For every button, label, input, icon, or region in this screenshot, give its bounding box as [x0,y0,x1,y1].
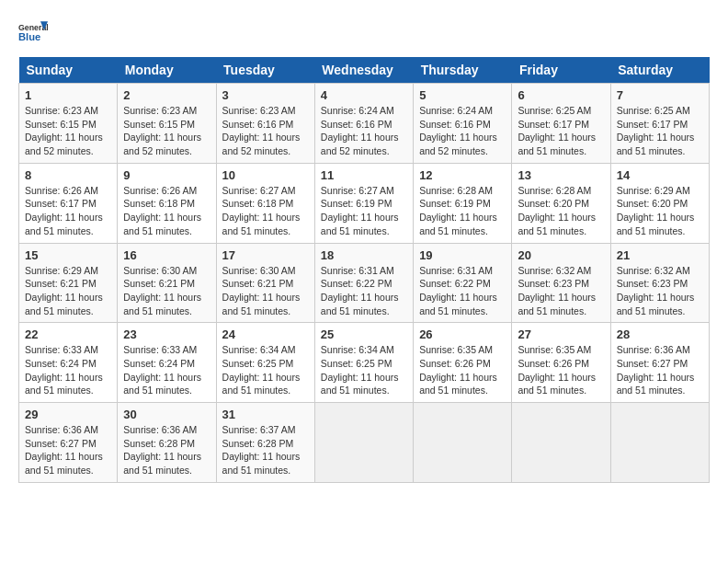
header-saturday: Saturday [610,57,709,84]
calendar-cell: 26Sunrise: 6:35 AM Sunset: 6:26 PM Dayli… [414,323,512,403]
logo-icon: GeneralBlue [18,18,48,48]
header-friday: Friday [512,57,610,84]
calendar-cell: 15Sunrise: 6:29 AM Sunset: 6:21 PM Dayli… [19,243,118,323]
day-number: 3 [222,88,309,102]
calendar-cell: 28Sunrise: 6:36 AM Sunset: 6:27 PM Dayli… [610,323,709,403]
header-thursday: Thursday [414,57,512,84]
calendar-cell [314,403,413,483]
calendar-cell: 9Sunrise: 6:26 AM Sunset: 6:18 PM Daylig… [118,163,216,243]
day-number: 28 [617,327,703,341]
day-number: 2 [123,88,210,102]
calendar-cell: 24Sunrise: 6:34 AM Sunset: 6:25 PM Dayli… [216,323,314,403]
day-number: 8 [25,168,111,182]
day-info: Sunrise: 6:34 AM Sunset: 6:25 PM Dayligh… [321,343,407,397]
day-info: Sunrise: 6:24 AM Sunset: 6:16 PM Dayligh… [419,104,506,158]
day-number: 31 [222,408,309,421]
calendar-cell: 30Sunrise: 6:36 AM Sunset: 6:28 PM Dayli… [118,403,216,483]
day-number: 14 [617,168,703,182]
day-info: Sunrise: 6:37 AM Sunset: 6:28 PM Dayligh… [222,423,309,477]
day-info: Sunrise: 6:35 AM Sunset: 6:26 PM Dayligh… [419,343,506,397]
calendar-cell: 6Sunrise: 6:25 AM Sunset: 6:17 PM Daylig… [512,84,610,164]
calendar-cell: 22Sunrise: 6:33 AM Sunset: 6:24 PM Dayli… [19,323,118,403]
calendar-cell: 1Sunrise: 6:23 AM Sunset: 6:15 PM Daylig… [19,84,118,164]
calendar-cell: 8Sunrise: 6:26 AM Sunset: 6:17 PM Daylig… [19,163,118,243]
calendar-cell: 3Sunrise: 6:23 AM Sunset: 6:16 PM Daylig… [216,84,314,164]
calendar-cell: 25Sunrise: 6:34 AM Sunset: 6:25 PM Dayli… [314,323,413,403]
day-number: 19 [419,248,506,262]
calendar-cell: 12Sunrise: 6:28 AM Sunset: 6:19 PM Dayli… [414,163,512,243]
day-number: 18 [321,248,407,262]
day-number: 26 [419,327,506,341]
day-number: 13 [518,168,604,182]
header-sunday: Sunday [19,57,118,84]
day-number: 29 [25,408,111,421]
calendar-cell [512,403,610,483]
calendar-cell: 29Sunrise: 6:36 AM Sunset: 6:27 PM Dayli… [19,403,118,483]
svg-text:Blue: Blue [18,31,40,42]
calendar-cell: 14Sunrise: 6:29 AM Sunset: 6:20 PM Dayli… [610,163,709,243]
day-info: Sunrise: 6:23 AM Sunset: 6:15 PM Dayligh… [25,104,111,158]
day-number: 1 [25,88,111,102]
calendar-cell: 23Sunrise: 6:33 AM Sunset: 6:24 PM Dayli… [118,323,216,403]
day-number: 10 [222,168,309,182]
calendar-cell: 2Sunrise: 6:23 AM Sunset: 6:15 PM Daylig… [118,84,216,164]
day-info: Sunrise: 6:27 AM Sunset: 6:19 PM Dayligh… [321,184,407,238]
calendar-cell: 5Sunrise: 6:24 AM Sunset: 6:16 PM Daylig… [414,84,512,164]
day-info: Sunrise: 6:35 AM Sunset: 6:26 PM Dayligh… [518,343,604,397]
week-row-2: 8Sunrise: 6:26 AM Sunset: 6:17 PM Daylig… [19,163,710,243]
day-info: Sunrise: 6:29 AM Sunset: 6:20 PM Dayligh… [617,184,703,238]
page-header: GeneralBlue [18,18,710,48]
day-number: 9 [123,168,210,182]
day-number: 11 [321,168,407,182]
day-info: Sunrise: 6:26 AM Sunset: 6:18 PM Dayligh… [123,184,210,238]
day-number: 16 [123,248,210,262]
day-info: Sunrise: 6:23 AM Sunset: 6:15 PM Dayligh… [123,104,210,158]
day-number: 21 [617,248,703,262]
calendar-cell: 21Sunrise: 6:32 AM Sunset: 6:23 PM Dayli… [610,243,709,323]
calendar-cell: 4Sunrise: 6:24 AM Sunset: 6:16 PM Daylig… [314,84,413,164]
day-number: 20 [518,248,604,262]
day-info: Sunrise: 6:28 AM Sunset: 6:19 PM Dayligh… [419,184,506,238]
header-wednesday: Wednesday [314,57,413,84]
day-info: Sunrise: 6:33 AM Sunset: 6:24 PM Dayligh… [123,343,210,397]
day-info: Sunrise: 6:31 AM Sunset: 6:22 PM Dayligh… [321,264,407,318]
calendar-cell: 16Sunrise: 6:30 AM Sunset: 6:21 PM Dayli… [118,243,216,323]
day-info: Sunrise: 6:34 AM Sunset: 6:25 PM Dayligh… [222,343,309,397]
day-info: Sunrise: 6:23 AM Sunset: 6:16 PM Dayligh… [222,104,309,158]
calendar-cell: 11Sunrise: 6:27 AM Sunset: 6:19 PM Dayli… [314,163,413,243]
day-info: Sunrise: 6:32 AM Sunset: 6:23 PM Dayligh… [518,264,604,318]
calendar-table: SundayMondayTuesdayWednesdayThursdayFrid… [18,57,710,483]
day-info: Sunrise: 6:31 AM Sunset: 6:22 PM Dayligh… [419,264,506,318]
header-monday: Monday [118,57,216,84]
header-tuesday: Tuesday [216,57,314,84]
day-info: Sunrise: 6:25 AM Sunset: 6:17 PM Dayligh… [518,104,604,158]
calendar-cell: 7Sunrise: 6:25 AM Sunset: 6:17 PM Daylig… [610,84,709,164]
calendar-cell: 17Sunrise: 6:30 AM Sunset: 6:21 PM Dayli… [216,243,314,323]
calendar-cell [414,403,512,483]
day-number: 6 [518,88,604,102]
day-number: 25 [321,327,407,341]
day-info: Sunrise: 6:30 AM Sunset: 6:21 PM Dayligh… [123,264,210,318]
calendar-cell: 10Sunrise: 6:27 AM Sunset: 6:18 PM Dayli… [216,163,314,243]
day-info: Sunrise: 6:25 AM Sunset: 6:17 PM Dayligh… [617,104,703,158]
day-number: 7 [617,88,703,102]
day-info: Sunrise: 6:30 AM Sunset: 6:21 PM Dayligh… [222,264,309,318]
day-number: 15 [25,248,111,262]
day-number: 5 [419,88,506,102]
calendar-cell: 20Sunrise: 6:32 AM Sunset: 6:23 PM Dayli… [512,243,610,323]
calendar-cell: 13Sunrise: 6:28 AM Sunset: 6:20 PM Dayli… [512,163,610,243]
calendar-cell: 31Sunrise: 6:37 AM Sunset: 6:28 PM Dayli… [216,403,314,483]
week-row-5: 29Sunrise: 6:36 AM Sunset: 6:27 PM Dayli… [19,403,710,483]
day-info: Sunrise: 6:36 AM Sunset: 6:28 PM Dayligh… [123,423,210,477]
day-number: 12 [419,168,506,182]
calendar-cell: 18Sunrise: 6:31 AM Sunset: 6:22 PM Dayli… [314,243,413,323]
day-info: Sunrise: 6:29 AM Sunset: 6:21 PM Dayligh… [25,264,111,318]
logo: GeneralBlue [18,18,48,48]
week-row-4: 22Sunrise: 6:33 AM Sunset: 6:24 PM Dayli… [19,323,710,403]
day-info: Sunrise: 6:32 AM Sunset: 6:23 PM Dayligh… [617,264,703,318]
calendar-cell: 19Sunrise: 6:31 AM Sunset: 6:22 PM Dayli… [414,243,512,323]
calendar-header-row: SundayMondayTuesdayWednesdayThursdayFrid… [19,57,710,84]
day-number: 23 [123,327,210,341]
day-info: Sunrise: 6:26 AM Sunset: 6:17 PM Dayligh… [25,184,111,238]
day-info: Sunrise: 6:28 AM Sunset: 6:20 PM Dayligh… [518,184,604,238]
